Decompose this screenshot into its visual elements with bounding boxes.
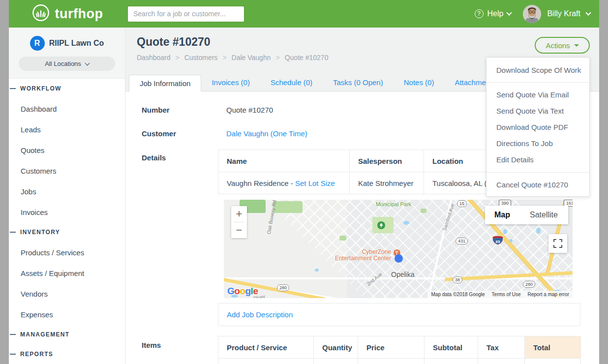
col-name: Name <box>218 150 350 172</box>
map-view-button[interactable]: Map <box>485 206 519 224</box>
sidebar-item-assets-equipment[interactable]: Assets / Equipment <box>9 263 125 283</box>
locations-dropdown[interactable]: All Locations <box>19 57 115 71</box>
zoom-in-button[interactable]: + <box>231 206 247 222</box>
job-location-map[interactable]: Municipal Park CyberZone Entertainment C… <box>224 200 573 298</box>
section-dashes <box>10 334 16 335</box>
terms-of-use-link[interactable]: Terms of Use <box>488 292 524 297</box>
sidebar-item-customers[interactable]: Customers <box>9 160 125 181</box>
cell-salesperson: Kate Strohmeyer <box>350 172 424 194</box>
cell <box>478 359 525 364</box>
section-workflow: WORKFLOW <box>9 79 125 98</box>
col-product-service: Product / Service <box>218 336 314 359</box>
menu-item-download-scope[interactable]: Download Scope Of Work <box>486 58 589 83</box>
google-logo[interactable]: Google <box>227 286 258 297</box>
cell <box>218 359 314 364</box>
section-management[interactable]: MANAGEMENT <box>9 325 125 344</box>
map-park-area <box>273 201 303 213</box>
customer-link[interactable]: Dale Vaughn <box>226 129 269 138</box>
items-empty-row <box>218 359 581 364</box>
report-map-error-link[interactable]: Report a map error <box>524 292 573 297</box>
cell <box>358 359 425 364</box>
global-search <box>127 6 244 22</box>
sidebar-item-vendors[interactable]: Vendors <box>9 283 125 304</box>
set-lot-size-link[interactable]: Set Lot Size <box>295 179 335 187</box>
add-job-description-box: Add Job Description <box>218 303 580 326</box>
main-content: Quote #10270 Dashboard > Customers > Dal… <box>125 28 599 364</box>
fullscreen-button[interactable] <box>548 234 567 253</box>
job-location-marker <box>395 254 403 263</box>
route-shield-15: 15 <box>457 200 467 207</box>
zoom-out-button[interactable]: − <box>231 222 247 238</box>
menu-item-cancel-quote[interactable]: Cancel Quote #10270 <box>486 172 589 196</box>
chevron-down-icon <box>85 61 90 65</box>
help-label: Help <box>487 9 504 18</box>
details-label: Details <box>142 150 218 194</box>
user-menu[interactable]: Billy Kraft <box>523 5 590 23</box>
chevron-down-icon <box>507 10 512 15</box>
map-type-control: Map Satellite <box>485 206 568 224</box>
col-subtotal: Subtotal <box>425 336 478 359</box>
customer-value: Dale Vaughn (One Time) <box>218 129 307 138</box>
tab-tasks[interactable]: Tasks (0 Open) <box>323 74 394 91</box>
col-price: Price <box>358 336 425 359</box>
search-input[interactable] <box>127 6 244 22</box>
sidebar-item-quotes[interactable]: Quotes <box>9 140 125 160</box>
items-table: Product / Service Quantity Price Subtota… <box>218 336 581 364</box>
menu-item-send-quote-email[interactable]: Send Quote Via Email <box>486 87 589 103</box>
breadcrumb-separator: > <box>222 54 226 61</box>
menu-item-download-quote-pdf[interactable]: Download Quote PDF <box>486 119 589 135</box>
tab-schedule[interactable]: Schedule (0) <box>260 74 323 91</box>
section-dashes <box>10 354 16 355</box>
sidebar-item-leads[interactable]: Leads <box>9 119 125 140</box>
company-logo-badge: R <box>30 36 45 51</box>
help-menu[interactable]: ? Help <box>475 9 512 18</box>
breadcrumb-dashboard[interactable]: Dashboard <box>137 54 171 61</box>
tab-invoices[interactable]: Invoices (0) <box>201 74 260 91</box>
brand-logo[interactable]: turfhop <box>9 3 125 24</box>
sidebar-item-dashboard[interactable]: Dashboard <box>9 98 125 119</box>
add-job-description-link[interactable]: Add Job Description <box>227 310 293 319</box>
route-shield-431: 431 <box>456 238 468 244</box>
tab-job-information[interactable]: Job Information <box>129 75 201 91</box>
spacer <box>142 200 224 298</box>
customer-type-link[interactable]: (One Time) <box>271 129 307 138</box>
cyberzone-label: CyberZone Entertainment Center <box>317 249 391 262</box>
map-water <box>315 269 319 272</box>
spacer <box>142 298 218 326</box>
breadcrumb-customer[interactable]: Dale Vaughn <box>232 54 271 61</box>
page-header: Quote #10270 Dashboard > Customers > Dal… <box>125 28 599 61</box>
menu-item-edit-details[interactable]: Edit Details <box>486 152 589 168</box>
items-row: Items Product / Service Quantity Price S… <box>142 336 599 364</box>
sidebar-item-invoices[interactable]: Invoices <box>9 202 125 222</box>
map-water <box>403 221 409 225</box>
job-description-row: Add Job Description <box>142 298 599 326</box>
menu-item-directions-to-job[interactable]: Directions To Job <box>486 135 589 152</box>
menu-item-send-quote-text[interactable]: Send Quote Via Text <box>486 103 589 119</box>
actions-dropdown-menu: Download Scope Of Work Send Quote Via Em… <box>486 57 590 197</box>
sidebar-item-products-services[interactable]: Products / Services <box>9 242 125 263</box>
top-bar: turfhop ? Help <box>9 0 599 28</box>
breadcrumb-customers[interactable]: Customers <box>184 54 218 61</box>
cell <box>425 359 478 364</box>
customer-label: Customer <box>142 129 218 138</box>
park-tree-icon <box>377 221 385 231</box>
route-shield-38: 38 <box>453 276 462 283</box>
help-icon: ? <box>475 9 484 18</box>
page-title: Quote #10270 <box>137 35 599 49</box>
actions-button[interactable]: Actions <box>535 37 590 54</box>
section-dashes <box>10 88 16 89</box>
sidebar-item-jobs[interactable]: Jobs <box>9 181 125 202</box>
section-reports[interactable]: REPORTS <box>9 344 125 364</box>
route-shield-280-east: 280 <box>523 281 535 288</box>
cell-name: Vaughn Residence - Set Lot Size <box>218 172 350 194</box>
interstate-85-shield: 85 <box>492 235 504 247</box>
tab-notes[interactable]: Notes (0) <box>394 74 445 91</box>
breadcrumb-current: Quote #10270 <box>285 54 329 61</box>
city-label: Opelika <box>391 271 414 278</box>
sidebar-item-expenses[interactable]: Expenses <box>9 304 125 325</box>
map-attribution: Map data ©2018 Google Terms of Use Repor… <box>427 291 573 298</box>
menu-group: Send Quote Via Email Send Quote Via Text… <box>486 83 589 172</box>
sidebar: R RIIPL Lawn Co All Locations WORKFLOW D… <box>9 28 125 364</box>
sidebar-company-block: R RIIPL Lawn Co All Locations <box>9 28 125 79</box>
satellite-view-button[interactable]: Satellite <box>519 206 568 224</box>
